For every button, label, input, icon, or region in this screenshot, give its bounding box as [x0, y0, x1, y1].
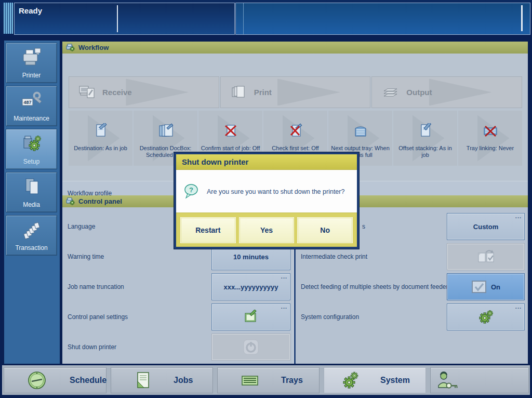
trays-icon: [241, 373, 260, 388]
setting-label: Check first set: Off: [270, 145, 320, 152]
section-gear-icon: [66, 197, 75, 205]
setting-destination-button[interactable]: Destination: As in job: [69, 111, 132, 166]
tab-jobs[interactable]: Jobs: [111, 367, 213, 393]
on-value: On: [491, 283, 500, 291]
tab-trays[interactable]: Trays: [217, 367, 320, 393]
setting-offset-stacking-button[interactable]: Offset stacking: As in job: [393, 111, 457, 166]
status-cursor-tick: [521, 5, 523, 31]
document-stack-icon: [156, 122, 175, 141]
chevron-decoration: [277, 79, 340, 106]
system-configuration-button[interactable]: ...: [447, 303, 525, 330]
shut-down-printer-row: Shut down printer: [62, 334, 293, 361]
printer-control-screen: Ready Printer: [0, 0, 532, 398]
intermediate-check-print-button[interactable]: [447, 243, 525, 270]
job-name-truncation-value: xxx...yyyyyyyyyy: [224, 283, 278, 291]
status-right-panel: [235, 3, 530, 35]
svg-text:487: 487: [23, 100, 31, 105]
ellipsis-indicator: ...: [515, 213, 522, 219]
sidebar: Printer 487 Maintenance: [4, 41, 60, 364]
stage-print-button[interactable]: Print: [220, 76, 371, 108]
no-button[interactable]: No: [298, 218, 352, 243]
printer-status-text: Ready: [19, 6, 42, 15]
sidebar-item-label: Setup: [23, 158, 39, 165]
shut-down-printer-button[interactable]: [211, 334, 290, 361]
tab-label: Schedule: [70, 376, 107, 385]
chevron-decoration: [429, 79, 492, 106]
sidebar-item-label: Maintenance: [14, 115, 49, 122]
document-edit-icon: [417, 122, 434, 141]
jobs-document-icon: [134, 371, 152, 390]
print-icon: [230, 85, 248, 100]
clock-icon: [27, 370, 47, 390]
warning-time-label: Warning time: [68, 243, 104, 270]
tab-label: System: [380, 376, 410, 385]
check-print-icon: [475, 248, 496, 265]
detect-multiple-sheets-toggle-button[interactable]: On: [447, 273, 525, 300]
stage-label: Output: [406, 88, 432, 97]
sidebar-item-label: Printer: [22, 72, 41, 79]
tab-label: Trays: [281, 376, 303, 385]
custom-value-button[interactable]: ... Custom: [447, 213, 525, 240]
language-label: Language: [68, 213, 95, 240]
setup-gears-icon: [20, 129, 43, 158]
control-panel-settings-label: Control panel settings: [68, 303, 128, 330]
key-operator-icon: [435, 370, 460, 391]
transaction-pages-icon: [20, 216, 43, 244]
sidebar-item-transaction[interactable]: Transaction: [6, 215, 57, 256]
detect-multiple-sheets-row: Detect feeding of multiple sheets by doc…: [296, 273, 528, 300]
status-stripes-decoration: [4, 3, 13, 34]
system-gears-icon: [340, 370, 363, 391]
workflow-section-title: Workflow: [78, 44, 109, 51]
stage-label: Receive: [102, 88, 132, 97]
stage-output-button[interactable]: Output: [371, 76, 522, 108]
sidebar-item-media[interactable]: Media: [6, 172, 57, 213]
status-right-inner-divider: [243, 3, 244, 34]
shutdown-dialog: Shut down printer ? Are you sure you wan…: [174, 152, 359, 249]
checkbox-checked-icon: [471, 280, 487, 294]
sidebar-item-maintenance[interactable]: 487 Maintenance: [6, 86, 57, 126]
tab-schedule[interactable]: Schedule: [4, 367, 107, 393]
shut-down-printer-label: Shut down printer: [68, 334, 116, 361]
tab-system[interactable]: System: [324, 367, 426, 393]
ellipsis-indicator: ...: [281, 303, 287, 310]
job-name-truncation-value-button[interactable]: ... xxx...yyyyyyyyyy: [211, 273, 290, 300]
gears-icon: [476, 309, 495, 325]
setting-label: Offset stacking: As in job: [393, 145, 457, 158]
media-sheets-icon: [20, 173, 43, 201]
document-edit-icon: [92, 122, 110, 141]
output-tray-icon: [352, 122, 369, 141]
setting-label: Confirm start of job: Off: [200, 145, 262, 152]
dialog-message: Are you sure you want to shut down the p…: [207, 188, 344, 195]
sidebar-item-printer[interactable]: Printer: [6, 43, 57, 83]
custom-value: Custom: [473, 223, 498, 231]
document-crossed-icon: [222, 122, 240, 141]
ellipsis-indicator: ...: [515, 303, 522, 310]
control-panel-settings-button[interactable]: ...: [211, 303, 290, 330]
setting-tray-linking-button[interactable]: Tray linking: Never: [458, 111, 522, 166]
power-icon: [242, 339, 260, 355]
sidebar-item-label: Transaction: [15, 244, 47, 251]
sidebar-item-label: Media: [23, 201, 40, 208]
dialog-body: ? Are you sure you want to shut down the…: [176, 170, 357, 213]
job-name-truncation-row: Job name truncation ... xxx...yyyyyyyyyy: [62, 273, 293, 300]
workflow-section-header: Workflow: [62, 42, 528, 54]
dialog-button-bar: Restart Yes No: [176, 213, 357, 247]
top-status-bar: Ready: [0, 0, 532, 36]
setting-label: Tray linking: Never: [465, 145, 515, 152]
chevron-decoration: [126, 79, 189, 106]
document-crossed-icon: [287, 122, 304, 141]
status-panel-divider: [117, 5, 118, 32]
control-panel-section-title: Control panel: [78, 197, 122, 205]
yes-button[interactable]: Yes: [240, 218, 294, 243]
counter-wrench-icon: 487: [20, 86, 43, 115]
setting-label: Destination: As in job: [72, 145, 129, 152]
restart-button[interactable]: Restart: [181, 218, 235, 243]
section-gear-icon: [66, 44, 75, 51]
output-icon: [381, 85, 400, 100]
bottom-navigation-bar: Schedule Jobs: [2, 365, 530, 395]
sidebar-item-setup[interactable]: Setup: [6, 129, 57, 169]
svg-text:?: ?: [189, 186, 193, 194]
tab-key-operator[interactable]: [430, 367, 529, 393]
status-left-panel: Ready: [14, 3, 235, 35]
stage-receive-button[interactable]: Receive: [69, 76, 219, 108]
